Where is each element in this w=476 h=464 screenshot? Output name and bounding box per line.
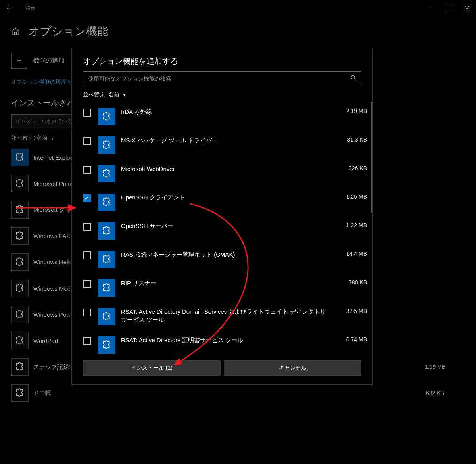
checkbox[interactable] bbox=[83, 337, 91, 345]
puzzle-icon bbox=[98, 108, 115, 125]
feature-size: 632 KB bbox=[405, 390, 465, 396]
available-feature-row[interactable]: RIP リスナー780 KB bbox=[80, 274, 370, 302]
home-icon[interactable] bbox=[11, 27, 20, 36]
puzzle-icon bbox=[98, 279, 115, 297]
feature-name: IrDA 赤外線 bbox=[121, 108, 335, 116]
checkbox[interactable] bbox=[83, 137, 91, 145]
svg-line-5 bbox=[354, 79, 356, 80]
feature-name: RAS 接続マネージャー管理キット (CMAK) bbox=[121, 251, 335, 259]
feature-size: 326 KB bbox=[335, 165, 367, 171]
feature-size: 6.74 MB bbox=[335, 336, 367, 343]
puzzle-icon bbox=[98, 194, 115, 211]
feature-name: OpenSSH クライアント bbox=[121, 194, 335, 201]
feature-size: 14.4 MB bbox=[335, 251, 367, 257]
available-feature-row[interactable]: MSIX パッケージ ツール ドライバー31.3 KB bbox=[80, 131, 370, 159]
puzzle-icon bbox=[98, 136, 115, 154]
available-feature-row[interactable]: OpenSSH サーバー1.22 MB bbox=[80, 217, 370, 245]
available-feature-row[interactable]: OpenSSH クライアント1.25 MB bbox=[80, 188, 370, 217]
puzzle-icon bbox=[11, 227, 29, 245]
checkbox[interactable] bbox=[83, 251, 91, 259]
puzzle-icon bbox=[11, 175, 29, 192]
puzzle-icon bbox=[11, 253, 29, 271]
feature-name: RSAT: Active Directory Domain Services お… bbox=[121, 308, 335, 323]
checkbox[interactable] bbox=[83, 223, 91, 231]
feature-size: 1.19 MB bbox=[405, 364, 465, 370]
scrollbar[interactable] bbox=[371, 102, 372, 356]
titlebar: 🡠 設定 bbox=[0, 0, 476, 16]
available-feature-row[interactable]: RSAT: Active Directory Domain Services お… bbox=[80, 302, 370, 331]
puzzle-icon bbox=[11, 280, 29, 297]
feature-name: MSIX パッケージ ツール ドライバー bbox=[121, 136, 335, 144]
back-button[interactable]: 🡠 bbox=[0, 4, 18, 12]
checkbox[interactable] bbox=[83, 309, 91, 316]
available-feature-row[interactable]: IrDA 赤外線2.19 MB bbox=[80, 102, 370, 131]
feature-size: 37.5 MB bbox=[335, 308, 367, 314]
installed-feature-row[interactable]: メモ帳632 KB bbox=[11, 384, 465, 402]
puzzle-icon bbox=[11, 384, 29, 402]
feature-size: 1.25 MB bbox=[335, 194, 367, 200]
puzzle-icon bbox=[11, 358, 29, 376]
available-feature-row[interactable]: RSAT: Active Directory 証明書サービス ツール6.74 M… bbox=[80, 331, 370, 356]
add-feature-label: 機能の追加 bbox=[33, 57, 65, 65]
feature-name: Microsoft Paint bbox=[33, 180, 73, 187]
add-icon: + bbox=[11, 53, 27, 69]
feature-name: メモ帳 bbox=[33, 389, 51, 397]
svg-point-4 bbox=[351, 75, 355, 79]
puzzle-icon bbox=[98, 165, 115, 182]
available-feature-row[interactable]: Microsoft WebDriver326 KB bbox=[80, 159, 370, 188]
dialog-search[interactable] bbox=[83, 71, 361, 85]
feature-name: Microsoft WebDriver bbox=[121, 165, 335, 173]
puzzle-icon bbox=[98, 222, 115, 240]
puzzle-icon bbox=[11, 149, 29, 166]
feature-name: WordPad bbox=[33, 337, 58, 344]
puzzle-icon bbox=[98, 251, 115, 268]
feature-size: 31.3 KB bbox=[335, 136, 367, 143]
maximize-button[interactable] bbox=[440, 0, 458, 16]
close-button[interactable] bbox=[458, 0, 476, 16]
puzzle-icon bbox=[11, 332, 29, 349]
checkbox[interactable] bbox=[83, 194, 91, 202]
minimize-button[interactable] bbox=[421, 0, 440, 16]
checkbox[interactable] bbox=[83, 166, 91, 174]
available-features-list: IrDA 赤外線2.19 MBMSIX パッケージ ツール ドライバー31.3 … bbox=[72, 102, 372, 356]
puzzle-icon bbox=[98, 336, 115, 354]
dialog-title: オプション機能を追加する bbox=[72, 48, 372, 71]
feature-size: 780 KB bbox=[335, 279, 367, 286]
svg-rect-1 bbox=[447, 6, 451, 10]
feature-size: 1.22 MB bbox=[335, 222, 367, 228]
puzzle-icon bbox=[98, 308, 115, 325]
checkbox[interactable] bbox=[83, 109, 91, 117]
puzzle-icon bbox=[11, 201, 29, 219]
chevron-down-icon: ▾ bbox=[52, 136, 54, 140]
page-title: オプション機能 bbox=[29, 24, 108, 39]
available-feature-row[interactable]: RAS 接続マネージャー管理キット (CMAK)14.4 MB bbox=[80, 245, 370, 274]
install-button[interactable]: インストール (1) bbox=[83, 360, 221, 376]
feature-size: 2.19 MB bbox=[335, 108, 367, 114]
search-icon bbox=[351, 75, 356, 82]
page-header: オプション機能 bbox=[0, 16, 476, 43]
feature-name: RSAT: Active Directory 証明書サービス ツール bbox=[121, 336, 335, 344]
feature-name: RIP リスナー bbox=[121, 279, 335, 287]
dialog-sort[interactable]: 並べ替え: 名前 ▾ bbox=[72, 91, 372, 102]
window-title: 設定 bbox=[26, 5, 35, 12]
search-input[interactable] bbox=[88, 75, 351, 82]
cancel-button[interactable]: キャンセル bbox=[224, 360, 361, 376]
checkbox[interactable] bbox=[83, 280, 91, 288]
feature-name: OpenSSH サーバー bbox=[121, 222, 335, 230]
puzzle-icon bbox=[11, 306, 29, 323]
add-feature-dialog: オプション機能を追加する 並べ替え: 名前 ▾ IrDA 赤外線2.19 MBM… bbox=[71, 48, 373, 385]
chevron-down-icon: ▾ bbox=[123, 93, 125, 97]
